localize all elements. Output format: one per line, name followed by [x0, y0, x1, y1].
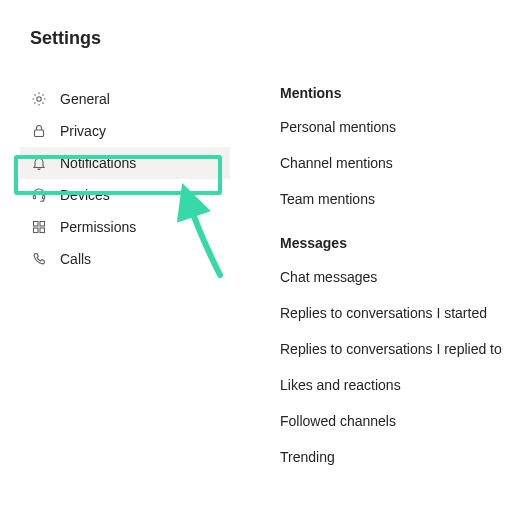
svg-rect-6	[34, 228, 39, 233]
setting-chat-messages[interactable]: Chat messages	[280, 269, 512, 285]
setting-trending[interactable]: Trending	[280, 449, 512, 465]
setting-replies-replied[interactable]: Replies to conversations I replied to	[280, 341, 512, 357]
sidebar-item-notifications[interactable]: Notifications	[20, 147, 230, 179]
setting-channel-mentions[interactable]: Channel mentions	[280, 155, 512, 171]
sidebar-item-label: Permissions	[60, 219, 136, 235]
phone-icon	[30, 250, 48, 268]
gear-icon	[30, 90, 48, 108]
svg-rect-3	[43, 196, 45, 199]
sidebar-item-devices[interactable]: Devices	[20, 179, 230, 211]
sidebar-item-permissions[interactable]: Permissions	[20, 211, 230, 243]
section-header-messages: Messages	[280, 235, 512, 251]
svg-rect-1	[35, 130, 44, 137]
sidebar-item-privacy[interactable]: Privacy	[20, 115, 230, 147]
settings-sidebar: General Privacy Notifications	[0, 83, 230, 485]
setting-replies-started[interactable]: Replies to conversations I started	[280, 305, 512, 321]
sidebar-item-label: Notifications	[60, 155, 136, 171]
sidebar-item-label: Devices	[60, 187, 110, 203]
svg-rect-7	[40, 228, 45, 233]
sidebar-item-label: General	[60, 91, 110, 107]
headset-icon	[30, 186, 48, 204]
setting-personal-mentions[interactable]: Personal mentions	[280, 119, 512, 135]
sidebar-item-calls[interactable]: Calls	[20, 243, 230, 275]
sidebar-item-label: Privacy	[60, 123, 106, 139]
sidebar-item-general[interactable]: General	[20, 83, 230, 115]
sidebar-item-label: Calls	[60, 251, 91, 267]
svg-point-0	[37, 97, 41, 101]
svg-rect-2	[33, 196, 35, 199]
setting-team-mentions[interactable]: Team mentions	[280, 191, 512, 207]
settings-content: Mentions Personal mentions Channel menti…	[230, 83, 512, 485]
lock-icon	[30, 122, 48, 140]
setting-followed-channels[interactable]: Followed channels	[280, 413, 512, 429]
bell-icon	[30, 154, 48, 172]
svg-rect-5	[40, 222, 45, 227]
section-header-mentions: Mentions	[280, 85, 512, 101]
settings-layout: General Privacy Notifications	[0, 83, 512, 485]
setting-likes-reactions[interactable]: Likes and reactions	[280, 377, 512, 393]
apps-icon	[30, 218, 48, 236]
svg-rect-4	[34, 222, 39, 227]
page-title: Settings	[0, 0, 512, 49]
